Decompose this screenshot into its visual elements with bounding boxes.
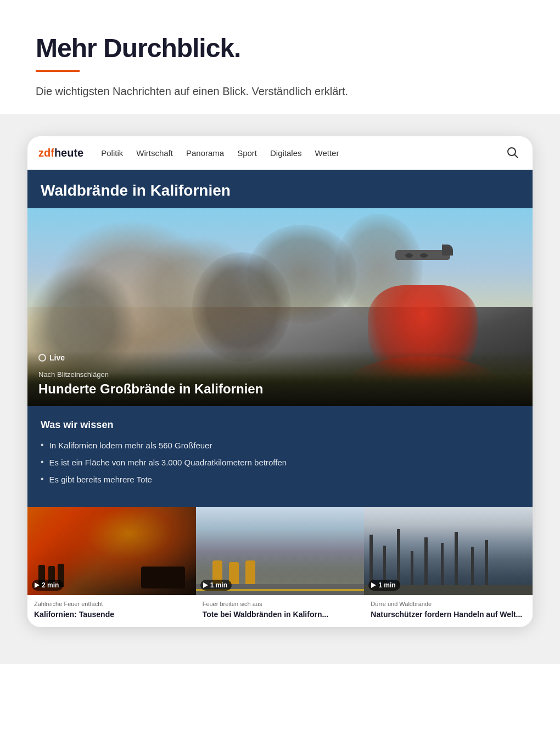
logo-heute: heute <box>54 147 83 159</box>
duration-2: 1 min <box>210 581 227 589</box>
bullet-2: • <box>41 457 44 467</box>
article-category: Nach Blitzeinschlägen <box>38 370 263 379</box>
nav-bar: zdfheute Politik Wirtschaft Panorama Spo… <box>27 136 533 170</box>
card-title-3: Naturschützer fordern Handeln auf Welt..… <box>371 609 526 619</box>
headline-underline <box>36 70 80 72</box>
hero-overlay[interactable]: Nach Blitzeinschlägen Hunderte Großbränd… <box>27 362 274 406</box>
page-subtitle: Die wichtigsten Nachrichten auf einen Bl… <box>36 85 524 98</box>
card-image-1: 2 min <box>27 507 196 595</box>
info-section: Was wir wissen • In Kalifornien lodern m… <box>27 406 533 507</box>
logo-zdf: zdf <box>38 147 54 159</box>
hero-title-bar: Waldbrände in Kalifornien <box>27 170 533 208</box>
card-content-3: Dürre und Waldbrände Naturschützer forde… <box>364 595 533 627</box>
live-badge: Live <box>38 353 65 362</box>
card-title-2: Tote bei Waldbränden in Kaliforn... <box>203 609 358 619</box>
device-frame-wrapper: zdfheute Politik Wirtschaft Panorama Spo… <box>0 114 560 664</box>
airplane <box>390 241 456 269</box>
card-1[interactable]: 2 min Zahlreiche Feuer entfacht Kaliforn… <box>27 507 196 627</box>
hero-section: Waldbrände in Kalifornien <box>27 170 533 507</box>
play-icon-1 <box>35 582 40 588</box>
info-item-2: • Es ist ein Fläche von mehr als 3.000 Q… <box>41 457 519 468</box>
search-button[interactable] <box>504 144 522 162</box>
hero-section-title: Waldbrände in Kalifornien <box>41 182 519 199</box>
cards-grid: 2 min Zahlreiche Feuer entfacht Kaliforn… <box>27 507 533 627</box>
logo[interactable]: zdfheute <box>38 147 83 159</box>
card-3[interactable]: 1 min Dürre und Waldbrände Naturschützer… <box>364 507 533 627</box>
info-text-2: Es ist ein Fläche von mehr als 3.000 Qua… <box>49 457 287 468</box>
live-dot <box>38 354 46 362</box>
info-text-3: Es gibt bereits mehrere Tote <box>49 474 152 485</box>
hero-image[interactable]: Live Nach Blitzeinschlägen Hunderte Groß… <box>27 208 533 406</box>
nav-item-wirtschaft[interactable]: Wirtschaft <box>136 148 173 158</box>
search-icon <box>507 147 519 159</box>
info-heading: Was wir wissen <box>41 419 519 431</box>
play-button-2[interactable]: 1 min <box>200 580 232 591</box>
duration-1: 2 min <box>42 581 59 589</box>
nav-item-wetter[interactable]: Wetter <box>315 148 339 158</box>
plane-tail <box>442 245 453 256</box>
card-category-1: Zahlreiche Feuer entfacht <box>34 601 189 607</box>
card-category-3: Dürre und Waldbrände <box>371 601 526 607</box>
article-title: Hunderte Großbrände in Kalifornien <box>38 381 263 397</box>
card-content-2: Feuer breiten sich aus Tote bei Waldbrän… <box>196 595 365 627</box>
page-headline: Mehr Durchblick. <box>36 33 524 63</box>
card-image-2: 1 min <box>196 507 365 595</box>
bullet-1: • <box>41 440 44 450</box>
play-icon-2 <box>203 582 208 588</box>
device-frame: zdfheute Politik Wirtschaft Panorama Spo… <box>27 136 533 627</box>
nav-item-politik[interactable]: Politik <box>101 148 123 158</box>
info-item-3: • Es gibt bereits mehrere Tote <box>41 474 519 485</box>
card-category-2: Feuer breiten sich aus <box>203 601 358 607</box>
bullet-3: • <box>41 474 44 484</box>
top-section: Mehr Durchblick. Die wichtigsten Nachric… <box>0 0 560 114</box>
nav-item-panorama[interactable]: Panorama <box>186 148 224 158</box>
play-button-3[interactable]: 1 min <box>368 580 400 591</box>
card-image-3: 1 min <box>364 507 533 595</box>
card-content-1: Zahlreiche Feuer entfacht Kalifornien: T… <box>27 595 196 627</box>
info-item-1: • In Kalifornien lodern mehr als 560 Gro… <box>41 440 519 451</box>
card-title-1: Kalifornien: Tausende <box>34 609 189 619</box>
play-icon-3 <box>371 582 376 588</box>
nav-item-digitales[interactable]: Digitales <box>270 148 302 158</box>
info-text-1: In Kalifornien lodern mehr als 560 Großf… <box>49 440 212 451</box>
duration-3: 1 min <box>378 581 395 589</box>
nav-item-sport[interactable]: Sport <box>237 148 257 158</box>
play-button-1[interactable]: 2 min <box>32 580 63 591</box>
card-2[interactable]: 1 min Feuer breiten sich aus Tote bei Wa… <box>196 507 365 627</box>
svg-line-1 <box>515 155 518 158</box>
live-label: Live <box>49 353 65 362</box>
